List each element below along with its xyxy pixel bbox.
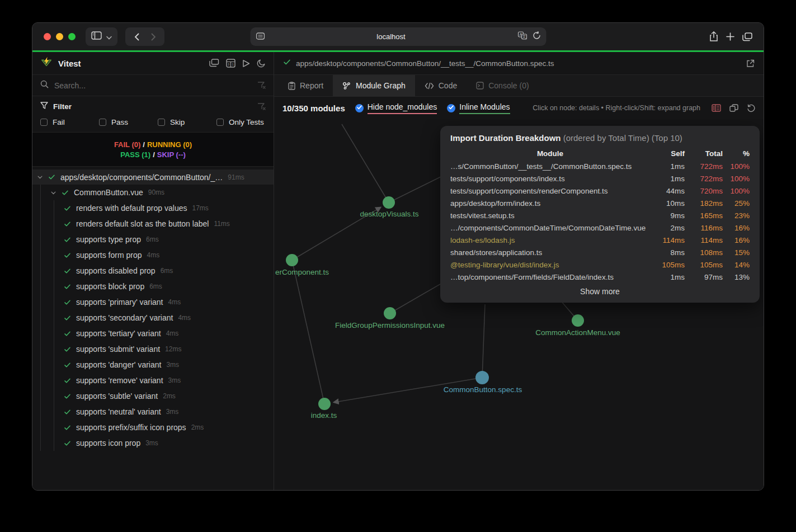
- filter-checkbox-skip[interactable]: Skip: [158, 118, 216, 126]
- checkbox-skip[interactable]: [158, 119, 165, 126]
- module-path: apps/desktop/form/index.ts: [450, 197, 650, 209]
- tree-row-test[interactable]: supports 'neutral' variant3ms: [32, 404, 274, 420]
- pass-check-icon: [48, 173, 55, 181]
- open-external-icon[interactable]: [746, 59, 755, 68]
- tree-row-test[interactable]: supports 'secondary' variant4ms: [32, 310, 274, 326]
- tree-row-test[interactable]: supports disabled prop6ms: [32, 263, 274, 279]
- module-path: shared/stores/application.ts: [450, 246, 650, 258]
- module-count: 10/350 modules: [282, 103, 345, 113]
- filter-options: Fail Pass Skip Only Tests: [40, 118, 266, 126]
- tree-row-test[interactable]: supports 'subtle' variant2ms: [32, 388, 274, 404]
- legend-icon[interactable]: [712, 104, 721, 112]
- graph-edge: [342, 124, 389, 203]
- pass-check-icon: [64, 220, 71, 228]
- tree-row-suite[interactable]: CommonButton.vue90ms: [32, 185, 274, 200]
- zoom-window-button[interactable]: [68, 33, 76, 40]
- module-path: …top/components/Form/fields/FieldDate/in…: [450, 271, 650, 283]
- test-duration: 4ms: [168, 298, 181, 306]
- close-window-button[interactable]: [44, 33, 51, 40]
- dashboard-button[interactable]: 31: [226, 59, 235, 68]
- checkbox-checked-icon[interactable]: [355, 104, 364, 112]
- test-duration: 3ms: [166, 408, 179, 416]
- test-label: supports 'submit' variant: [76, 345, 160, 354]
- tree-row-test[interactable]: supports prefix/suffix icon props2ms: [32, 420, 274, 435]
- tab-report[interactable]: Report: [279, 75, 333, 96]
- checkbox-checked-icon[interactable]: [447, 104, 455, 112]
- show-more-button[interactable]: Show more: [450, 283, 750, 297]
- chevron-down-icon[interactable]: [37, 174, 43, 180]
- graph-node-index.ts[interactable]: [318, 398, 331, 410]
- filter-checkbox-only-tests[interactable]: Only Tests: [216, 118, 264, 126]
- breakdown-table: Module Self Total % …s/CommonButton/__te…: [450, 147, 750, 283]
- test-duration: 2ms: [191, 423, 204, 431]
- tree-row-test[interactable]: supports icon prop3ms: [32, 435, 274, 451]
- tree-row-test[interactable]: supports type prop6ms: [32, 232, 274, 247]
- run-status-summary: FAIL (0)/RUNNING (0) PASS (1)/SKIP (--): [32, 132, 274, 167]
- tree-row-test[interactable]: renders with default prop values17ms: [32, 200, 274, 216]
- filter-checkbox-pass[interactable]: Pass: [99, 118, 158, 126]
- graph-toolbar: 10/350 modules Hide node_modules Inline …: [274, 97, 764, 119]
- check-icon: [283, 58, 291, 68]
- tab-console[interactable]: Console (0): [467, 75, 538, 96]
- graph-node-CommonActionMenu.vue[interactable]: [572, 314, 584, 327]
- percent: 100%: [723, 185, 750, 197]
- reload-icon[interactable]: [533, 31, 540, 42]
- pass-check-icon: [64, 283, 71, 290]
- graph-node-erComponent.ts[interactable]: [286, 254, 298, 266]
- tab-code[interactable]: Code: [415, 75, 467, 96]
- graph-hint-text: Click on node: details • Right-click/Shi…: [533, 104, 700, 112]
- expand-graph-icon[interactable]: [729, 104, 738, 112]
- graph-node-FieldGroupPermissionsInput.vue[interactable]: [384, 307, 396, 319]
- graph-node-desktopVisuals.ts[interactable]: [383, 196, 395, 209]
- url-text: localhost: [265, 32, 517, 41]
- chevron-down-icon: [106, 32, 112, 42]
- tree-row-file[interactable]: apps/desktop/components/CommonButton/_…9…: [32, 170, 274, 185]
- test-duration: 3ms: [145, 439, 158, 447]
- total-time: 116ms: [685, 222, 723, 234]
- forward-button[interactable]: [145, 29, 161, 45]
- tree-row-test[interactable]: supports 'remove' variant3ms: [32, 373, 274, 388]
- filter-checkbox-fail[interactable]: Fail: [40, 118, 99, 126]
- hide-node-modules-checkbox[interactable]: Hide node_modules: [355, 102, 437, 114]
- checkbox-only-tests[interactable]: [216, 119, 224, 126]
- checkbox-fail[interactable]: [40, 119, 48, 126]
- module-graph-canvas[interactable]: desktopVisuals.tserComponent.tsFieldGrou…: [274, 119, 764, 490]
- dark-mode-toggle[interactable]: [257, 59, 266, 68]
- skip-count: SKIP (--): [157, 150, 186, 159]
- total-time: 182ms: [685, 197, 723, 209]
- tree-row-test[interactable]: supports 'tertiary' variant4ms: [32, 326, 274, 341]
- collapse-panels-button[interactable]: [209, 59, 219, 68]
- pass-check-icon: [64, 299, 71, 306]
- reset-graph-icon[interactable]: [747, 104, 755, 112]
- new-tab-button[interactable]: [726, 32, 734, 41]
- test-duration: 91ms: [228, 173, 244, 181]
- search-input[interactable]: [54, 81, 252, 90]
- graph-node-CommonButton.spec.ts[interactable]: [475, 371, 489, 384]
- test-label: supports 'secondary' variant: [76, 313, 173, 322]
- clear-filter-icon[interactable]: [257, 103, 266, 110]
- self-time: 44ms: [650, 185, 685, 197]
- sidebar-toggle-button[interactable]: [86, 27, 117, 46]
- back-button[interactable]: [129, 29, 144, 45]
- tab-overview-button[interactable]: [742, 32, 752, 41]
- column-header-self: Self: [650, 147, 685, 160]
- minimize-window-button[interactable]: [56, 33, 63, 40]
- tab-module-graph[interactable]: Module Graph: [333, 75, 415, 96]
- translate-icon[interactable]: A文: [517, 31, 527, 42]
- tree-row-test[interactable]: supports block prop6ms: [32, 279, 274, 294]
- share-button[interactable]: [709, 31, 718, 42]
- clear-search-filter-icon[interactable]: [257, 82, 266, 89]
- run-all-button[interactable]: [242, 59, 250, 68]
- checkbox-pass[interactable]: [99, 119, 106, 126]
- chevron-down-icon[interactable]: [50, 190, 56, 196]
- tree-row-test[interactable]: supports 'danger' variant3ms: [32, 357, 274, 373]
- tree-row-test[interactable]: supports 'submit' variant12ms: [32, 341, 274, 357]
- test-tree: apps/desktop/components/CommonButton/_…9…: [32, 167, 274, 490]
- panel-title: Import Duration Breakdown (ordered by To…: [450, 133, 750, 143]
- tree-row-test[interactable]: supports 'primary' variant4ms: [32, 294, 274, 310]
- tree-row-test[interactable]: renders default slot as the button label…: [32, 216, 274, 232]
- inline-modules-checkbox[interactable]: Inline Modules: [447, 102, 510, 114]
- address-bar[interactable]: localhost A文: [250, 27, 546, 46]
- tree-row-test[interactable]: supports form prop4ms: [32, 247, 274, 263]
- reader-icon[interactable]: [256, 32, 265, 42]
